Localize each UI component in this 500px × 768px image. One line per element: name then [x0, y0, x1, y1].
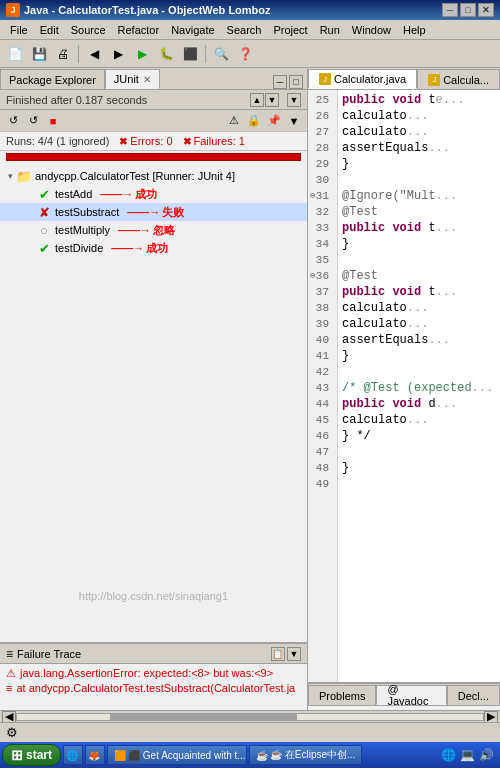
help-tool-button[interactable]: ❓	[234, 43, 256, 65]
scroll-up-button[interactable]: ▲	[250, 93, 264, 107]
test-substract-label: testSubstract	[55, 206, 119, 218]
back-button[interactable]: ◀	[83, 43, 105, 65]
taskbar-btn-app1-label: ⬛ Get Acquainted with t...	[128, 750, 246, 761]
failure-trace-label: Failure Trace	[17, 648, 81, 660]
tree-item-testDivide[interactable]: ✔ testDivide ——→ 成功	[0, 239, 307, 257]
stop-junit-button[interactable]: ■	[44, 112, 62, 130]
test-add-arrow: ——→	[100, 188, 133, 200]
line-num-27: 27	[308, 124, 333, 140]
taskbar-btn-app1[interactable]: 🟧 ⬛ Get Acquainted with t...	[107, 745, 247, 765]
menu-project[interactable]: Project	[267, 22, 313, 38]
run-button[interactable]: ▶	[131, 43, 153, 65]
test-substract-status: 失败	[162, 205, 184, 220]
print-button[interactable]: 🖨	[52, 43, 74, 65]
line-num-38: 38	[308, 300, 333, 316]
windows-icon: ⊞	[11, 747, 23, 763]
tab-javadoc[interactable]: @ Javadoc	[376, 685, 446, 705]
tree-item-testMultiply[interactable]: ○ testMultiply ——→ 忽略	[0, 221, 307, 239]
tab-decl-label: Decl...	[458, 690, 489, 702]
scroll-left-button[interactable]: ◀	[2, 711, 16, 723]
code-content[interactable]: public void te... calculato... calculato…	[338, 90, 500, 682]
runs-bar: Runs: 4/4 (1 ignored) ✖ Errors: 0 ✖ Fail…	[0, 132, 307, 151]
start-button[interactable]: ⊞ start	[2, 744, 61, 766]
java-file-icon-1: J	[319, 73, 331, 85]
line-num-36: ⊖36	[308, 268, 333, 284]
taskbar-btn-app2-label: ☕ 在Eclipse中创...	[270, 748, 355, 762]
menu-help[interactable]: Help	[397, 22, 432, 38]
taskbar-btn-firefox[interactable]: 🦊	[85, 745, 105, 765]
menu-file[interactable]: File	[4, 22, 34, 38]
minimize-button[interactable]: ─	[442, 3, 458, 17]
menu-edit[interactable]: Edit	[34, 22, 65, 38]
expand-marker-36[interactable]: ⊖	[310, 268, 315, 284]
maximize-left-panel-button[interactable]: □	[289, 75, 303, 89]
scroll-thumb[interactable]	[110, 714, 296, 720]
taskbar-btn-ie[interactable]: 🌐	[63, 745, 83, 765]
main-toolbar: 📄 💾 🖨 ◀ ▶ ▶ 🐛 ⬛ 🔍 ❓	[0, 40, 500, 68]
code-line-38: calculato...	[342, 300, 496, 316]
root-expand-icon[interactable]: ▾	[4, 170, 16, 182]
failures-count: Failures: 1	[194, 135, 245, 147]
pin-button[interactable]: 📌	[265, 112, 283, 130]
status-icon: ⚙	[6, 725, 18, 740]
more-options-button[interactable]: ▼	[285, 112, 303, 130]
tab-junit[interactable]: JUnit ✕	[105, 69, 160, 89]
status-bar: ⚙	[0, 722, 500, 742]
menu-run[interactable]: Run	[314, 22, 346, 38]
minimize-left-panel-button[interactable]: ─	[273, 75, 287, 89]
tab-calcula[interactable]: J Calcula...	[417, 69, 500, 89]
line-num-39: 39	[308, 316, 333, 332]
test-tree[interactable]: ▾ 📁 andycpp.CalculatorTest [Runner: JUni…	[0, 163, 307, 642]
scroll-right-button[interactable]: ▶	[484, 711, 498, 723]
line-num-46: 46	[308, 428, 333, 444]
close-button[interactable]: ✕	[478, 3, 494, 17]
menu-navigate[interactable]: Navigate	[165, 22, 220, 38]
search-tool-button[interactable]: 🔍	[210, 43, 232, 65]
scroll-lock-button[interactable]: 🔒	[245, 112, 263, 130]
forward-button[interactable]: ▶	[107, 43, 129, 65]
tray-volume-icon: 🔊	[478, 747, 494, 763]
tab-problems[interactable]: Problems	[308, 685, 376, 705]
tab-package-explorer[interactable]: Package Explorer	[0, 69, 105, 89]
menu-source[interactable]: Source	[65, 22, 112, 38]
menu-refactor[interactable]: Refactor	[112, 22, 166, 38]
trace-line-1: ⚠ java.lang.AssertionError: expected:<8>…	[6, 667, 301, 680]
scroll-down-button[interactable]: ▼	[265, 93, 279, 107]
history-button[interactable]: ▼	[287, 93, 301, 107]
line-num-28: 28	[308, 140, 333, 156]
line-num-32: 32	[308, 204, 333, 220]
scroll-track[interactable]	[16, 713, 484, 721]
menu-search[interactable]: Search	[221, 22, 268, 38]
rerun-button[interactable]: ↺	[4, 112, 22, 130]
taskbar-btn-app2[interactable]: ☕ ☕ 在Eclipse中创...	[249, 745, 362, 765]
code-editor[interactable]: 25 26 27 28 29 30 ⊖31 32 33 34 35 ⊖36 37…	[308, 90, 500, 682]
code-line-37: public void t...	[342, 284, 496, 300]
save-button[interactable]: 💾	[28, 43, 50, 65]
stop-button[interactable]: ⬛	[179, 43, 201, 65]
tree-root-item[interactable]: ▾ 📁 andycpp.CalculatorTest [Runner: JUni…	[0, 167, 307, 185]
expand-marker-31[interactable]: ⊖	[310, 188, 315, 204]
line-num-25: 25	[308, 92, 333, 108]
show-only-failures-button[interactable]: ⚠	[225, 112, 243, 130]
line-num-43: 43	[308, 380, 333, 396]
debug-button[interactable]: 🐛	[155, 43, 177, 65]
root-test-label: andycpp.CalculatorTest [Runner: JUnit 4]	[35, 170, 235, 182]
window-controls: ─ □ ✕	[442, 3, 494, 17]
trace-copy-button[interactable]: 📋	[271, 647, 285, 661]
horizontal-scrollbar[interactable]: ◀ ▶	[0, 710, 500, 722]
junit-toolbar: ↺ ↺ ■ ⚠ 🔒 📌 ▼	[0, 110, 307, 132]
trace-filter-button[interactable]: ▼	[287, 647, 301, 661]
close-junit-tab-icon[interactable]: ✕	[143, 74, 151, 85]
menu-window[interactable]: Window	[346, 22, 397, 38]
line-num-33: 33	[308, 220, 333, 236]
rerun-failed-button[interactable]: ↺	[24, 112, 42, 130]
line-num-31: ⊖31	[308, 188, 333, 204]
tree-item-testAdd[interactable]: ✔ testAdd ——→ 成功	[0, 185, 307, 203]
line-num-37: 37	[308, 284, 333, 300]
maximize-button[interactable]: □	[460, 3, 476, 17]
tab-calculator-java[interactable]: J Calculator.java	[308, 69, 417, 89]
firefox-icon: 🦊	[88, 750, 100, 761]
new-button[interactable]: 📄	[4, 43, 26, 65]
tree-item-testSubstract[interactable]: ✘ testSubstract ——→ 失败	[0, 203, 307, 221]
tab-decl[interactable]: Decl...	[447, 685, 500, 705]
